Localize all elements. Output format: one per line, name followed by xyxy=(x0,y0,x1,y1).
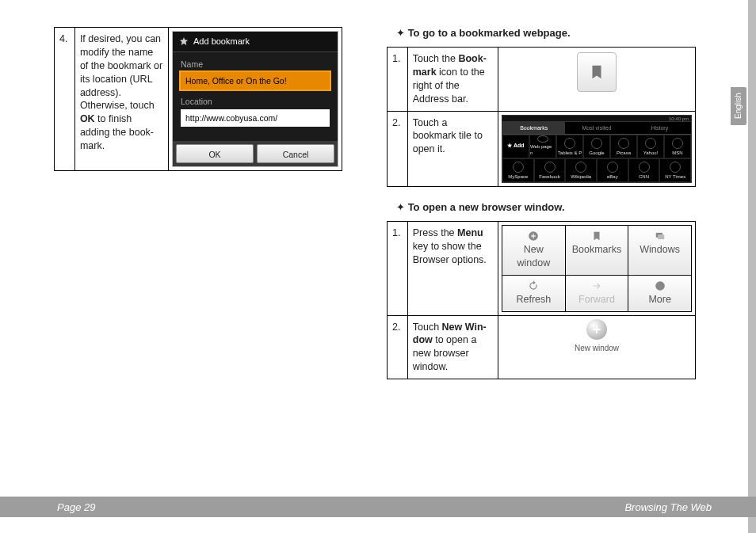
more-icon xyxy=(655,280,666,291)
refresh-icon xyxy=(528,280,539,291)
step-number: 1. xyxy=(388,48,408,112)
tab-most-visited[interactable]: Most visited xyxy=(565,122,628,135)
step-figure: Add bookmark Name Home, Office or On the… xyxy=(169,28,342,171)
bookmark-tile[interactable]: CNN xyxy=(628,158,660,182)
add-bookmark-table: 4. If desired, you can modify the name o… xyxy=(54,27,342,171)
menu-label: Refresh xyxy=(516,293,551,306)
ok-button[interactable]: OK xyxy=(176,144,254,163)
status-bar: 10:40 pm xyxy=(502,116,691,122)
menu-label: Windows xyxy=(640,243,680,257)
step-text: Touch the Book-mark icon to the right of… xyxy=(407,48,498,112)
tile-label: Wikipedia xyxy=(571,173,591,180)
location-label: Location xyxy=(181,96,330,107)
tile-label: Google xyxy=(589,150,604,156)
step-figure: 10:40 pm Bookmarks Most visited History … xyxy=(498,111,696,186)
tile-label: Tablets & P xyxy=(558,150,582,156)
svg-rect-4 xyxy=(658,234,664,239)
windows-icon xyxy=(655,230,666,242)
go-to-bookmark-table: 1. Touch the Book-mark icon to the right… xyxy=(387,47,696,187)
new-window-item[interactable]: + New window xyxy=(557,319,636,354)
menu-label: Bookmarks xyxy=(572,243,622,257)
language-tab: English xyxy=(731,87,746,125)
heading-new-window: To open a new browser window. xyxy=(396,201,696,213)
bookmark-tile[interactable]: Wikipedia xyxy=(565,158,597,182)
step-text: Touch New Win-dow to open a new browser … xyxy=(407,315,498,379)
t2s1-a: Press the xyxy=(413,227,457,238)
footer-section-title: Browsing The Web xyxy=(624,501,712,513)
step4-part-a: If desired, you can modify the name of t… xyxy=(80,33,162,111)
menu-windows[interactable]: Windows xyxy=(628,225,692,275)
page-edge-strip xyxy=(748,0,756,533)
star-icon xyxy=(179,36,189,46)
dialog-buttons: OK Cancel xyxy=(173,141,338,166)
menu-forward: Forward xyxy=(565,275,628,311)
tile-label: MSN xyxy=(672,150,682,156)
step4-bold: OK xyxy=(80,113,95,124)
tile-label: eBay xyxy=(607,173,618,180)
bookmark-grid-screenshot: 10:40 pm Bookmarks Most visited History … xyxy=(502,115,692,183)
name-label: Name xyxy=(181,59,330,70)
step-number: 2. xyxy=(388,315,408,379)
plus-circle-icon: + xyxy=(586,319,607,340)
bookmark-tile[interactable]: eBay xyxy=(597,158,628,182)
page-body: 4. If desired, you can modify the name o… xyxy=(0,0,756,394)
right-column: To go to a bookmarked webpage. 1. Touch … xyxy=(387,27,696,394)
step-figure: + New window xyxy=(498,315,696,379)
menu-label: More xyxy=(648,293,670,306)
plus-circle-icon xyxy=(528,230,539,242)
forward-icon xyxy=(591,280,602,291)
bookmark-tile[interactable]: Facebook xyxy=(534,158,566,182)
svg-rect-2 xyxy=(531,235,536,236)
step-number: 1. xyxy=(388,221,408,315)
bookmark-tile[interactable]: Web page n xyxy=(529,135,556,158)
bookmark-tile[interactable]: Picasa xyxy=(610,135,637,158)
tile-label: Facebook xyxy=(539,173,559,180)
location-input[interactable]: http://www.cobyusa.com/ xyxy=(181,109,330,127)
dialog-title: Add bookmark xyxy=(193,36,250,48)
tile-label: Picasa xyxy=(617,150,631,156)
add-bookmark-tile[interactable]: ★ Add xyxy=(502,135,529,158)
svg-point-5 xyxy=(655,281,665,291)
bookmark-icon xyxy=(591,230,602,242)
step-figure: New window Bookmarks Windows Refresh For… xyxy=(498,221,696,315)
dialog-body: Name Home, Office or On the Go! Location… xyxy=(173,52,338,141)
t2s1-b: Menu xyxy=(457,227,483,238)
bookmark-tile[interactable]: Yahoo! xyxy=(637,135,664,158)
t2s1-c: key to show the Browser options. xyxy=(413,241,487,265)
cancel-button[interactable]: Cancel xyxy=(257,144,334,163)
menu-label: Forward xyxy=(578,293,615,306)
footer-page-number: Page 29 xyxy=(57,501,95,513)
tile-label: CNN xyxy=(639,173,649,180)
bookmark-tile[interactable]: NY Times xyxy=(659,158,691,182)
tile-label: MySpace xyxy=(508,173,528,180)
menu-refresh[interactable]: Refresh xyxy=(502,275,566,311)
t1s1-a: Touch the xyxy=(413,53,459,64)
tile-label: Web page n xyxy=(530,143,556,156)
step-figure xyxy=(498,48,696,112)
bookmark-tile[interactable]: MSN xyxy=(664,135,691,158)
step-text: If desired, you can modify the name of t… xyxy=(74,28,168,171)
left-column: 4. If desired, you can modify the name o… xyxy=(54,27,342,394)
bookmark-icon xyxy=(588,63,605,81)
page-footer: Page 29 Browsing The Web xyxy=(0,497,756,517)
bookmark-tile[interactable]: MySpace xyxy=(502,158,534,182)
tab-bookmarks[interactable]: Bookmarks xyxy=(502,122,565,135)
step-text: Touch a bookmark tile to open it. xyxy=(407,111,498,186)
menu-more[interactable]: More xyxy=(628,275,692,311)
tab-history[interactable]: History xyxy=(628,122,691,135)
name-input[interactable]: Home, Office or On the Go! xyxy=(181,72,330,89)
heading-go-to-bookmark: To go to a bookmarked webpage. xyxy=(396,27,696,39)
menu-bookmarks[interactable]: Bookmarks xyxy=(565,225,628,275)
menu-new-window[interactable]: New window xyxy=(502,225,566,275)
t2s2-a: Touch xyxy=(413,322,442,333)
step-text: Press the Menu key to show the Browser o… xyxy=(407,221,498,315)
bookmark-tile[interactable]: Tablets & P xyxy=(556,135,583,158)
new-window-table: 1. Press the Menu key to show the Browse… xyxy=(387,221,696,379)
step-number: 2. xyxy=(388,111,408,186)
new-window-label: New window xyxy=(575,343,619,354)
bookmark-tabs: Bookmarks Most visited History xyxy=(502,122,691,135)
bookmark-tile[interactable]: Google xyxy=(583,135,610,158)
dialog-titlebar: Add bookmark xyxy=(173,32,338,52)
bookmark-button-icon[interactable] xyxy=(577,52,617,92)
tile-label: Yahoo! xyxy=(643,150,659,156)
